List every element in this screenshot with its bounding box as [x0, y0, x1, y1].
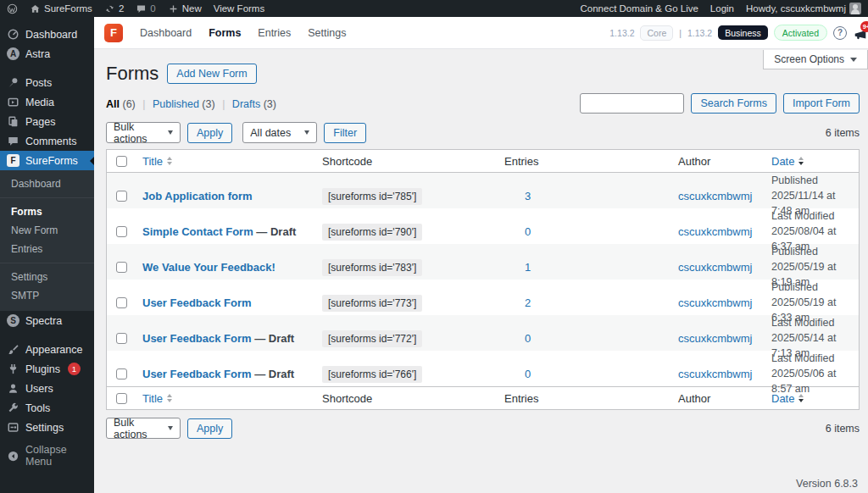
forms-table: Title Shortcode Entries Author Date Job … [106, 149, 860, 410]
submenu-item-new-form[interactable]: New Form [0, 221, 94, 240]
wordpress-logo-icon [7, 3, 18, 14]
wrench-icon [7, 402, 19, 414]
author-link[interactable]: cscuxkcmbwmj [678, 368, 752, 380]
sort-title-header[interactable]: Title [142, 392, 172, 405]
spectra-icon: S [7, 314, 19, 327]
form-title-link[interactable]: Job Application form [142, 190, 253, 202]
sidebar-item-astra[interactable]: A Astra [0, 44, 94, 64]
form-title-link[interactable]: User Feedback Form [142, 368, 252, 380]
entries-count-link[interactable]: 1 [525, 261, 531, 274]
row-checkbox[interactable] [116, 262, 127, 273]
entries-count-link[interactable]: 2 [525, 296, 531, 309]
sidebar-item-media[interactable]: Media [0, 92, 94, 112]
select-all-checkbox[interactable] [116, 393, 127, 404]
form-title-link[interactable]: User Feedback Form [142, 296, 252, 309]
shortcode-value: [sureforms id='783'] [322, 259, 422, 276]
filter-separator: | [142, 98, 145, 110]
row-checkbox[interactable] [116, 333, 127, 344]
filter-published-link[interactable]: Published [153, 98, 199, 110]
sort-date-header[interactable]: Date [771, 155, 804, 168]
bulk-actions-select[interactable]: Bulk actions [106, 122, 181, 143]
entries-count-link[interactable]: 0 [525, 225, 531, 238]
filter-drafts-link[interactable]: Drafts [232, 98, 260, 110]
sidebar-item-users[interactable]: Users [0, 379, 94, 398]
sidebar-item-settings[interactable]: Settings [0, 418, 94, 437]
filter-all-link[interactable]: All [106, 98, 120, 110]
author-link[interactable]: cscuxkcmbwmj [678, 190, 752, 202]
sidebar-item-posts[interactable]: Posts [0, 73, 94, 92]
submenu-item-smtp[interactable]: SMTP [0, 286, 94, 305]
filter-button[interactable]: Filter [324, 123, 366, 143]
row-checkbox[interactable] [116, 226, 127, 237]
entries-count-link[interactable]: 0 [525, 368, 531, 380]
table-row: Simple Contact Form — Draft [sureforms i… [107, 208, 859, 244]
sidebar-item-pages[interactable]: Pages [0, 112, 94, 131]
connect-domain-link[interactable]: Connect Domain & Go Live [581, 3, 698, 14]
sort-date-header[interactable]: Date [771, 392, 804, 405]
login-link[interactable]: Login [710, 3, 734, 14]
sidebar-item-plugins[interactable]: Plugins 1 [0, 359, 94, 379]
gauge-icon [7, 28, 19, 41]
bulk-actions-select-bottom[interactable]: Bulk actions [106, 418, 181, 439]
form-title-link[interactable]: We Value Your Feedback! [142, 261, 275, 274]
sidebar-item-sureforms[interactable]: F SureForms [0, 151, 94, 170]
author-link[interactable]: cscuxkcmbwmj [678, 296, 752, 309]
submenu-item-dashboard[interactable]: Dashboard [0, 174, 94, 193]
media-icon [7, 96, 19, 108]
apply-button[interactable]: Apply [187, 123, 232, 143]
apply-button-bottom[interactable]: Apply [187, 418, 232, 439]
comments-menu[interactable]: 0 [136, 3, 155, 14]
row-checkbox[interactable] [116, 191, 127, 202]
submenu-item-settings[interactable]: Settings [0, 268, 94, 286]
date-status: Last Modified [771, 351, 859, 366]
sidebar-item-tools[interactable]: Tools [0, 398, 94, 418]
submenu-item-entries[interactable]: Entries [0, 240, 94, 258]
help-icon[interactable]: ? [833, 26, 847, 40]
import-form-button[interactable]: Import Form [783, 93, 860, 114]
new-content-menu[interactable]: New [168, 3, 202, 14]
shortcode-header: Shortcode [315, 392, 498, 405]
wordpress-logo-menu[interactable] [7, 3, 18, 14]
view-forms-menu[interactable]: View Forms [214, 3, 265, 14]
collapse-menu-button[interactable]: Collapse Menu [0, 440, 94, 471]
sliders-icon [7, 421, 19, 434]
sidebar-item-appearance[interactable]: Appearance [0, 340, 94, 359]
activated-badge: Activated [774, 25, 827, 41]
entries-count-link[interactable]: 0 [525, 332, 531, 345]
sort-title-header[interactable]: Title [142, 155, 172, 168]
nav-dashboard[interactable]: Dashboard [140, 27, 192, 39]
select-all-checkbox[interactable] [116, 156, 127, 167]
search-input[interactable] [580, 93, 684, 114]
sidebar-item-spectra[interactable]: S Spectra [0, 311, 94, 330]
screen-options-button[interactable]: Screen Options [763, 50, 868, 69]
notifications-button[interactable]: 9+ [853, 25, 868, 42]
row-checkbox[interactable] [116, 297, 127, 308]
date-filter-select[interactable]: All dates [242, 122, 317, 143]
core-badge: Core [640, 25, 673, 41]
nav-settings[interactable]: Settings [308, 27, 346, 39]
howdy-account-menu[interactable]: Howdy, cscuxkcmbwmj [746, 3, 861, 14]
submenu-item-forms[interactable]: Forms [0, 202, 94, 221]
form-title-link[interactable]: Simple Contact Form [142, 225, 253, 238]
search-forms-button[interactable]: Search Forms [691, 93, 776, 114]
site-name: SureForms [44, 3, 92, 14]
form-title-link[interactable]: User Feedback Form [142, 332, 252, 345]
updates-menu[interactable]: 2 [104, 3, 124, 14]
comments-icon [136, 3, 147, 14]
author-link[interactable]: cscuxkcmbwmj [678, 225, 752, 238]
author-link[interactable]: cscuxkcmbwmj [678, 332, 752, 345]
site-menu[interactable]: SureForms [30, 3, 92, 14]
updates-icon [104, 3, 115, 14]
main-content-area: F Dashboard Forms Entries Settings 1.13.… [94, 17, 868, 493]
add-new-form-button[interactable]: Add New Form [167, 64, 256, 84]
sidebar-item-dashboard[interactable]: Dashboard [0, 25, 94, 44]
date-status: Published [771, 173, 859, 188]
author-link[interactable]: cscuxkcmbwmj [678, 261, 752, 274]
entries-count-link[interactable]: 3 [525, 190, 531, 202]
nav-entries[interactable]: Entries [258, 27, 291, 39]
sureforms-logo[interactable]: F [104, 24, 123, 42]
date-status: Published [771, 244, 859, 259]
row-checkbox[interactable] [116, 368, 127, 379]
nav-forms[interactable]: Forms [209, 27, 241, 39]
sidebar-item-comments[interactable]: Comments [0, 131, 94, 151]
